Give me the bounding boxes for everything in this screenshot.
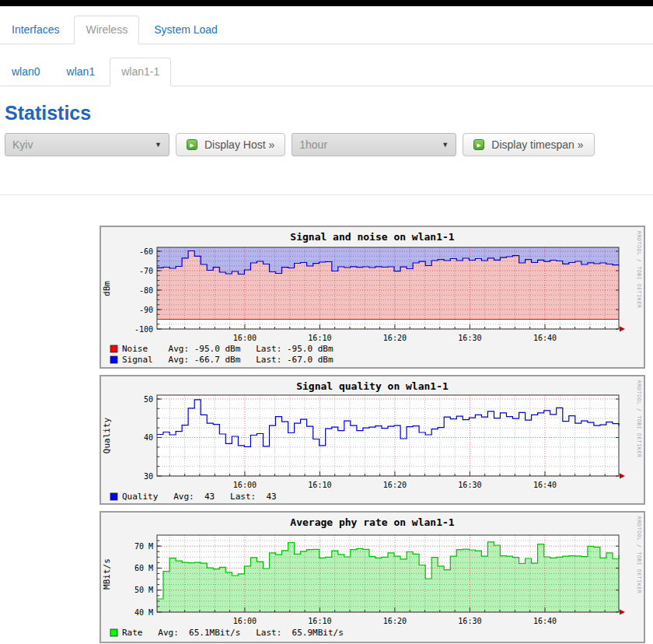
svg-text:Signal quality on wlan1-1: Signal quality on wlan1-1 bbox=[296, 380, 449, 392]
display-timespan-button[interactable]: ▶ Display timespan » bbox=[463, 133, 594, 156]
display-host-button[interactable]: ▶ Display Host » bbox=[176, 133, 285, 156]
section-divider bbox=[0, 194, 653, 195]
svg-text:RRDTOOL / TOBI OETIKER: RRDTOOL / TOBI OETIKER bbox=[636, 231, 642, 308]
dropdown-arrow-icon: ▼ bbox=[155, 134, 162, 156]
tab-system-load[interactable]: System Load bbox=[142, 16, 229, 44]
apply-icon: ▶ bbox=[473, 139, 484, 150]
svg-text:RRDTOOL / TOBI OETIKER: RRDTOOL / TOBI OETIKER bbox=[636, 380, 642, 457]
svg-text:MBit/s: MBit/s bbox=[102, 558, 112, 590]
svg-text:Quality: Quality bbox=[102, 417, 112, 453]
svg-text:16:40: 16:40 bbox=[533, 334, 557, 342]
primary-tabs: InterfacesWirelessSystem Load bbox=[0, 16, 653, 44]
svg-text:Noise Avg: -95.0 dBm Last: Noise Avg: -95.0 dBm Last: -95.0 dBm bbox=[122, 344, 333, 354]
svg-text:16:30: 16:30 bbox=[458, 617, 481, 625]
svg-text:Signal and noise on wlan1-1: Signal and noise on wlan1-1 bbox=[290, 231, 454, 243]
svg-text:-100: -100 bbox=[134, 325, 153, 334]
display-timespan-button-label: Display timespan » bbox=[491, 138, 583, 151]
display-host-button-label: Display Host » bbox=[204, 138, 274, 151]
svg-text:16:40: 16:40 bbox=[533, 617, 557, 625]
svg-text:-90: -90 bbox=[139, 306, 153, 314]
svg-text:16:00: 16:00 bbox=[233, 481, 257, 489]
svg-text:-70: -70 bbox=[139, 267, 153, 275]
svg-text:-60: -60 bbox=[139, 247, 153, 256]
secondary-tabs: wlan0wlan1wlan1-1 bbox=[0, 58, 653, 86]
svg-text:Quality Avg: 43 Last: 43: Quality Avg: 43 Last: 43 bbox=[122, 492, 277, 502]
svg-text:16:00: 16:00 bbox=[233, 617, 257, 625]
svg-text:dBm: dBm bbox=[102, 281, 112, 296]
svg-text:16:40: 16:40 bbox=[533, 481, 557, 489]
svg-text:70 M: 70 M bbox=[134, 542, 153, 551]
svg-text:60 M: 60 M bbox=[134, 564, 153, 572]
svg-text:40: 40 bbox=[144, 433, 153, 442]
svg-text:Average phy rate on wlan1-1: Average phy rate on wlan1-1 bbox=[290, 516, 454, 528]
timespan-select-value: 1hour bbox=[299, 138, 327, 151]
host-select-value: Kyiv bbox=[12, 138, 33, 151]
tab-wlan1-1[interactable]: wlan1-1 bbox=[110, 58, 171, 86]
chart-average-phy-rate: 70 M60 M50 M40 M16:0016:1016:2016:3016:4… bbox=[100, 511, 645, 643]
host-select[interactable]: Kyiv ▼ bbox=[5, 133, 169, 156]
controls-row: Kyiv ▼ ▶ Display Host » 1hour ▼ ▶ Displa… bbox=[5, 133, 653, 156]
tab-wlan0[interactable]: wlan0 bbox=[0, 58, 52, 86]
svg-text:16:30: 16:30 bbox=[458, 481, 481, 489]
chart-signal-and-noise: -60-70-80-90-10016:0016:1016:2016:3016:4… bbox=[100, 226, 645, 369]
svg-text:40 M: 40 M bbox=[134, 608, 153, 617]
svg-text:30: 30 bbox=[144, 472, 153, 481]
svg-text:16:10: 16:10 bbox=[308, 617, 331, 625]
page-title: Statistics bbox=[5, 102, 653, 124]
svg-text:Rate Avg: 65.1MBit/s Last: Rate Avg: 65.1MBit/s Last: 65.9MBit/s bbox=[122, 628, 344, 638]
tab-interfaces[interactable]: Interfaces bbox=[0, 16, 71, 44]
tab-wlan1[interactable]: wlan1 bbox=[55, 58, 107, 86]
tab-wireless[interactable]: Wireless bbox=[74, 16, 139, 44]
svg-text:16:20: 16:20 bbox=[383, 617, 407, 625]
apply-icon: ▶ bbox=[187, 139, 197, 150]
graphs-container: -60-70-80-90-10016:0016:1016:2016:3016:4… bbox=[100, 226, 653, 643]
svg-text:16:10: 16:10 bbox=[308, 334, 331, 342]
svg-text:-80: -80 bbox=[139, 286, 153, 295]
svg-text:16:00: 16:00 bbox=[233, 334, 257, 342]
chart-signal-quality: 50403016:0016:1016:2016:3016:40Signal qu… bbox=[100, 375, 645, 505]
svg-text:Signal Avg: -66.7 dBm Last: Signal Avg: -66.7 dBm Last: -67.0 dBm bbox=[122, 355, 333, 365]
svg-text:50: 50 bbox=[144, 395, 153, 404]
svg-text:16:20: 16:20 bbox=[383, 334, 407, 342]
svg-text:16:20: 16:20 bbox=[383, 481, 407, 489]
svg-text:16:30: 16:30 bbox=[458, 334, 481, 342]
svg-text:50 M: 50 M bbox=[134, 586, 153, 594]
svg-text:16:10: 16:10 bbox=[308, 481, 331, 489]
timespan-select[interactable]: 1hour ▼ bbox=[292, 133, 456, 156]
top-bar bbox=[0, 0, 653, 6]
svg-text:RRDTOOL / TOBI OETIKER: RRDTOOL / TOBI OETIKER bbox=[636, 516, 642, 593]
dropdown-arrow-icon: ▼ bbox=[442, 134, 449, 156]
